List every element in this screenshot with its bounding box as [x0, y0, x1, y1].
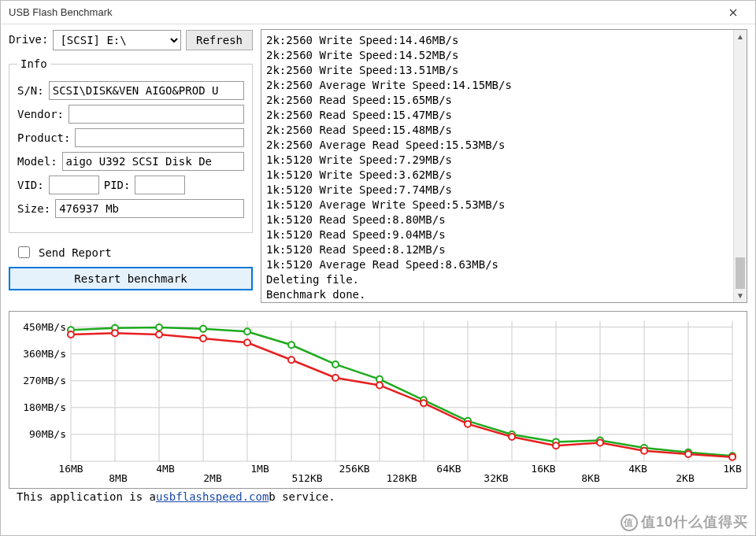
model-label: Model:: [17, 155, 57, 168]
sn-field: S/N:: [17, 81, 244, 100]
footer-pre: This application is a: [17, 490, 156, 503]
scroll-track[interactable]: [734, 43, 747, 289]
pid-input[interactable]: [135, 176, 185, 194]
vendor-label: Vendor:: [17, 108, 64, 120]
svg-text:360MB/s: 360MB/s: [23, 348, 66, 360]
svg-text:512KB: 512KB: [291, 472, 322, 484]
scroll-up-icon[interactable]: ▲: [734, 30, 747, 43]
model-field: Model:: [17, 152, 244, 171]
svg-text:180MB/s: 180MB/s: [23, 401, 66, 413]
svg-text:1KB: 1KB: [723, 463, 742, 475]
scroll-down-icon[interactable]: ▼: [734, 289, 747, 302]
svg-point-62: [244, 339, 250, 346]
svg-point-46: [244, 328, 250, 335]
svg-point-47: [288, 342, 295, 348]
scrollbar[interactable]: ▲ ▼: [733, 30, 747, 302]
client-area: Drive: [SCSI] E:\ Refresh Info S/N: Vend…: [1, 24, 755, 535]
scroll-thumb[interactable]: [736, 257, 745, 289]
svg-point-59: [112, 330, 118, 336]
svg-text:8KB: 8KB: [581, 472, 600, 484]
svg-text:64KB: 64KB: [436, 463, 461, 475]
product-input[interactable]: [75, 128, 244, 147]
svg-text:2KB: 2KB: [676, 472, 695, 484]
chart-box: 90MB/s180MB/s270MB/s360MB/s450MB/s16MB8M…: [9, 311, 747, 489]
refresh-button[interactable]: Refresh: [186, 30, 253, 50]
size-input[interactable]: [55, 199, 244, 218]
sn-label: S/N:: [17, 84, 44, 97]
svg-point-63: [288, 357, 295, 363]
svg-point-68: [509, 434, 515, 440]
svg-text:2MB: 2MB: [203, 472, 222, 484]
svg-text:270MB/s: 270MB/s: [23, 375, 66, 386]
svg-point-45: [200, 326, 206, 332]
svg-point-65: [376, 382, 383, 388]
svg-point-61: [200, 335, 206, 342]
svg-point-44: [156, 324, 162, 331]
vendor-input[interactable]: [69, 105, 244, 124]
footer-link[interactable]: usbflashspeed.com: [156, 490, 269, 503]
svg-point-66: [421, 400, 427, 406]
log-text[interactable]: 2k:2560 Write Speed:14.46MB/s 2k:2560 Wr…: [261, 30, 733, 302]
log-box: 2k:2560 Write Speed:14.46MB/s 2k:2560 Wr…: [261, 29, 747, 303]
info-legend: Info: [17, 57, 50, 70]
vidpid-field: VID: PID:: [17, 176, 244, 194]
window: USB Flash Benchmark Drive: [SCSI] E:\ Re…: [0, 0, 756, 536]
svg-point-71: [641, 448, 647, 454]
vid-input[interactable]: [49, 176, 99, 194]
svg-text:90MB/s: 90MB/s: [29, 428, 66, 440]
window-title: USB Flash Benchmark: [9, 6, 717, 18]
svg-point-72: [685, 451, 691, 457]
svg-point-64: [332, 375, 339, 381]
product-label: Product:: [17, 131, 70, 144]
footer-post: b service.: [269, 490, 335, 503]
svg-text:32KB: 32KB: [484, 472, 508, 484]
svg-text:4MB: 4MB: [156, 463, 175, 475]
svg-text:16KB: 16KB: [531, 463, 555, 475]
drive-row: Drive: [SCSI] E:\ Refresh: [9, 29, 253, 51]
svg-text:128KB: 128KB: [386, 472, 417, 484]
sn-input[interactable]: [49, 81, 244, 100]
titlebar: USB Flash Benchmark: [1, 1, 755, 24]
send-report-checkbox[interactable]: [18, 246, 30, 258]
drive-select[interactable]: [SCSI] E:\: [53, 30, 181, 50]
product-field: Product:: [17, 128, 244, 147]
model-input[interactable]: [62, 152, 244, 171]
svg-point-60: [156, 331, 162, 338]
send-report-row[interactable]: Send Report: [9, 241, 253, 267]
svg-text:8MB: 8MB: [109, 472, 128, 484]
svg-point-73: [729, 454, 736, 460]
size-label: Size:: [17, 202, 50, 215]
svg-point-69: [553, 442, 559, 449]
info-group: Info S/N: Vendor: Product: Model:: [9, 57, 253, 233]
close-button[interactable]: [717, 1, 749, 24]
top-row: Drive: [SCSI] E:\ Refresh Info S/N: Vend…: [9, 29, 747, 303]
svg-text:16MB: 16MB: [58, 463, 83, 475]
restart-benchmark-button[interactable]: Restart benchmark: [9, 267, 253, 290]
drive-label: Drive:: [9, 34, 48, 46]
benchmark-chart: 90MB/s180MB/s270MB/s360MB/s450MB/s16MB8M…: [13, 315, 743, 485]
close-icon: [729, 9, 737, 17]
svg-text:450MB/s: 450MB/s: [23, 321, 66, 333]
send-report-label: Send Report: [39, 246, 112, 259]
vendor-field: Vendor:: [17, 105, 244, 124]
svg-point-58: [68, 331, 74, 338]
svg-point-67: [465, 421, 471, 427]
svg-text:4KB: 4KB: [628, 463, 647, 475]
pid-label: PID:: [104, 179, 131, 191]
vid-label: VID:: [17, 179, 44, 191]
svg-text:1MB: 1MB: [250, 463, 269, 475]
left-column: Drive: [SCSI] E:\ Refresh Info S/N: Vend…: [9, 29, 253, 303]
svg-point-48: [332, 361, 339, 368]
svg-text:256KB: 256KB: [339, 463, 369, 475]
size-field: Size:: [17, 199, 244, 218]
footer: This application is a usbflashspeed.com …: [9, 489, 747, 506]
svg-point-70: [597, 440, 603, 446]
